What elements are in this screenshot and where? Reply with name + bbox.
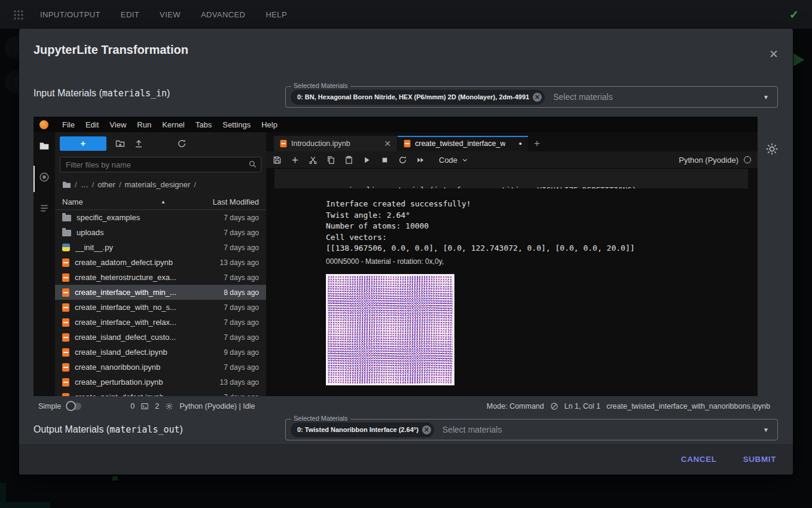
tab-label: create_twisted_interface_w bbox=[415, 139, 505, 148]
file-row[interactable]: uploads7 days ago bbox=[55, 225, 266, 240]
file-modified: 7 days ago bbox=[199, 229, 259, 237]
running-kernels-icon[interactable] bbox=[39, 172, 50, 182]
new-folder-icon[interactable] bbox=[115, 139, 125, 148]
filter-files-input[interactable] bbox=[60, 157, 261, 172]
submit-button[interactable]: SUBMIT bbox=[743, 455, 776, 464]
file-browser-icon[interactable] bbox=[39, 141, 50, 151]
home-folder-icon[interactable] bbox=[62, 181, 71, 188]
file-name: specific_examples bbox=[77, 213, 194, 222]
cell-type-dropdown[interactable]: Code bbox=[439, 156, 468, 165]
input-materials-select[interactable]: Selected Materials 0: BN, Hexagonal Boro… bbox=[285, 86, 778, 108]
file-row[interactable]: create_adatom_defect.ipynb13 days ago bbox=[55, 255, 266, 270]
file-row[interactable]: __init__.py7 days ago bbox=[55, 240, 266, 255]
jupyter-menu: FileEditViewRunKernelTabsSettingsHelp bbox=[57, 120, 283, 129]
output-line: Twist angle: 2.64° bbox=[326, 210, 635, 221]
refresh-icon[interactable] bbox=[177, 139, 187, 148]
jupyter-menu-help[interactable]: Help bbox=[256, 120, 283, 129]
file-name: create_island_defect_custo... bbox=[75, 333, 194, 342]
jupyter-menu-tabs[interactable]: Tabs bbox=[190, 120, 217, 129]
input-material-chip[interactable]: 0: BN, Hexagonal Boron Nitride, HEX (P6/… bbox=[291, 90, 545, 105]
notebook-file-icon bbox=[62, 363, 69, 372]
settings-gear-icon[interactable] bbox=[765, 142, 779, 156]
breadcrumb-segment[interactable]: materials_designer bbox=[125, 180, 191, 189]
restart-run-all-icon[interactable] bbox=[416, 156, 425, 165]
breadcrumb-segment[interactable]: … bbox=[81, 180, 88, 189]
file-row[interactable]: create_interface_with_no_s...7 days ago bbox=[55, 300, 266, 315]
column-header-modified[interactable]: Last Modified bbox=[193, 197, 259, 206]
output-materials-select[interactable]: Selected Materials 0: Twisted Nanoribbon… bbox=[285, 419, 778, 440]
notifications-muted-icon[interactable] bbox=[550, 402, 558, 410]
stop-kernel-icon[interactable] bbox=[380, 156, 389, 165]
table-of-contents-icon[interactable] bbox=[39, 203, 50, 214]
output-line: Number of atoms: 10000 bbox=[326, 221, 635, 232]
jupyter-menu-edit[interactable]: Edit bbox=[80, 120, 104, 129]
add-cell-icon[interactable] bbox=[291, 156, 300, 165]
output-select-placeholder: Select materials bbox=[442, 425, 502, 434]
kernel-sessions-count[interactable]: 2 bbox=[155, 402, 159, 410]
kernel-sessions-icon[interactable] bbox=[165, 402, 173, 410]
cut-icon[interactable] bbox=[309, 156, 318, 165]
restart-kernel-icon[interactable] bbox=[398, 156, 407, 165]
menu-input-output[interactable]: INPUT/OUTPUT bbox=[40, 10, 100, 19]
file-name: create_interface_with_no_s... bbox=[75, 303, 194, 312]
cursor-position[interactable]: Ln 1, Col 1 bbox=[564, 402, 600, 410]
copy-icon[interactable] bbox=[326, 156, 335, 165]
new-tab-button[interactable]: + bbox=[529, 136, 545, 151]
notebook-canvas[interactable]: visualize_materials(interface, repetitio… bbox=[266, 169, 758, 396]
close-tab-icon[interactable]: ✕ bbox=[384, 139, 391, 148]
dialog-close-icon[interactable]: ✕ bbox=[769, 48, 779, 60]
folder-file-icon bbox=[62, 230, 71, 236]
simple-mode-toggle[interactable] bbox=[67, 403, 81, 410]
tab-introduction-ipynb[interactable]: Introduction.ipynb✕ bbox=[274, 136, 397, 151]
folder-file-icon bbox=[62, 215, 71, 221]
output-material-chip[interactable]: 0: Twisted Nanoribbon Interface (2.64°) … bbox=[291, 422, 434, 437]
chevron-down-icon[interactable]: ▼ bbox=[763, 94, 769, 101]
paste-icon[interactable] bbox=[344, 156, 353, 165]
file-row[interactable]: create_island_defect.ipynb9 days ago bbox=[55, 345, 266, 360]
terminal-sessions-icon[interactable] bbox=[141, 402, 149, 410]
column-header-name[interactable]: Name ▲ bbox=[62, 197, 193, 206]
breadcrumb-segment[interactable]: other bbox=[97, 180, 115, 189]
file-row[interactable]: create_point_defect.ipynb7 days ago bbox=[55, 390, 266, 396]
simple-mode-label: Simple bbox=[38, 402, 61, 410]
file-name: create_island_defect.ipynb bbox=[75, 348, 194, 357]
file-name: __init__.py bbox=[75, 243, 194, 252]
file-row[interactable]: specific_examples7 days ago bbox=[55, 210, 266, 225]
menu-edit[interactable]: EDIT bbox=[121, 10, 139, 19]
code-cell[interactable]: visualize_materials(interface, repetitio… bbox=[274, 169, 748, 188]
save-icon[interactable] bbox=[273, 156, 282, 165]
jupyter-menu-kernel[interactable]: Kernel bbox=[157, 120, 190, 129]
tab-create-twisted-interface-w[interactable]: create_twisted_interface_w● bbox=[398, 136, 528, 151]
chevron-down-icon[interactable]: ▼ bbox=[763, 427, 769, 433]
file-row[interactable]: create_island_defect_custo...7 days ago bbox=[55, 330, 266, 345]
kernel-status[interactable]: Python (Pyodide) | Idle bbox=[179, 402, 255, 410]
menu-advanced[interactable]: ADVANCED bbox=[201, 10, 245, 19]
jupyterlite-transformation-dialog: JupyterLite Transformation ✕ Input Mater… bbox=[19, 29, 793, 474]
chip-delete-icon[interactable]: ✕ bbox=[533, 93, 542, 102]
upload-icon[interactable] bbox=[134, 139, 144, 148]
file-row[interactable]: create_interface_with_relax...7 days ago bbox=[55, 315, 266, 330]
menu-view[interactable]: VIEW bbox=[160, 10, 181, 19]
application-window: INPUT/OUTPUTEDITVIEWADVANCEDHELP ✓ ⋮ ⋮ J… bbox=[0, 0, 812, 508]
file-row[interactable]: create_perturbation.ipynb13 days ago bbox=[55, 375, 266, 390]
kernel-indicator[interactable]: Python (Pyodide) bbox=[679, 156, 751, 165]
menu-help[interactable]: HELP bbox=[265, 10, 287, 19]
file-row[interactable]: create_nanoribbon.ipynb7 days ago bbox=[55, 360, 266, 375]
notification-count[interactable]: 0 bbox=[130, 402, 135, 410]
file-name: create_perturbation.ipynb bbox=[75, 378, 194, 387]
jupyter-menu-file[interactable]: File bbox=[57, 120, 80, 129]
jupyter-menu-settings[interactable]: Settings bbox=[217, 120, 256, 129]
app-logo-icon[interactable] bbox=[13, 10, 23, 20]
cancel-button[interactable]: CANCEL bbox=[681, 455, 717, 464]
file-row[interactable]: create_interface_with_min_...8 days ago bbox=[55, 285, 266, 300]
file-modified: 7 days ago bbox=[199, 318, 259, 327]
breadcrumb: /…/other/materials_designer/ bbox=[62, 179, 261, 190]
run-cell-icon[interactable] bbox=[362, 156, 371, 165]
output-line: [[138.967506, 0.0, 0.0], [0.0, 122.74307… bbox=[326, 243, 635, 254]
file-row[interactable]: create_heterostructure_exa...7 days ago bbox=[55, 270, 266, 285]
mode-indicator[interactable]: Mode: Command bbox=[487, 402, 544, 410]
jupyter-menu-view[interactable]: View bbox=[104, 120, 132, 129]
jupyter-menu-run[interactable]: Run bbox=[132, 120, 157, 129]
chip-delete-icon[interactable]: ✕ bbox=[422, 425, 431, 434]
new-launcher-button[interactable]: + bbox=[60, 136, 106, 151]
